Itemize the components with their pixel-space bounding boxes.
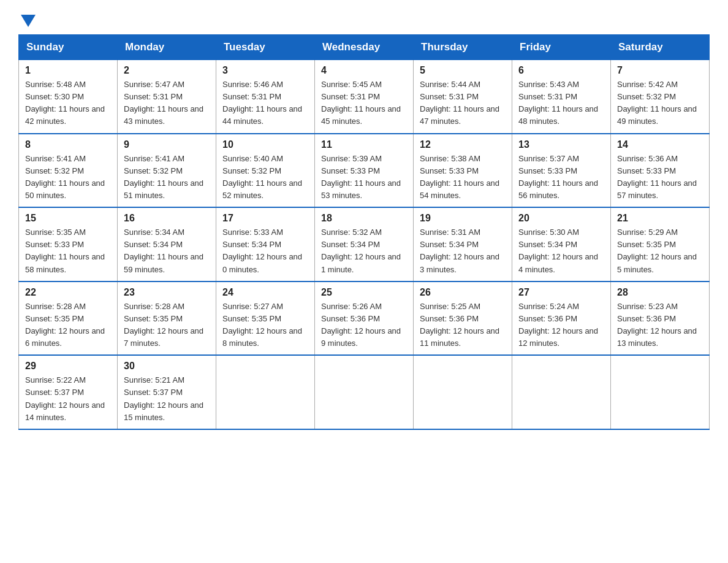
day-info: Sunrise: 5:47 AMSunset: 5:31 PMDaylight:…: [124, 79, 210, 128]
day-info: Sunrise: 5:32 AMSunset: 5:34 PMDaylight:…: [321, 226, 407, 276]
calendar-day-cell: 7Sunrise: 5:42 AMSunset: 5:32 PMDaylight…: [611, 60, 710, 134]
empty-cell: [512, 355, 611, 429]
logo-triangle-icon: [21, 15, 36, 27]
day-info: Sunrise: 5:40 AMSunset: 5:32 PMDaylight:…: [222, 153, 308, 202]
day-info: Sunrise: 5:26 AMSunset: 5:36 PMDaylight:…: [321, 301, 407, 350]
weekday-header-wednesday: Wednesday: [315, 35, 414, 60]
empty-cell: [414, 355, 512, 429]
day-info: Sunrise: 5:41 AMSunset: 5:32 PMDaylight:…: [25, 153, 111, 202]
logo: [18, 12, 36, 25]
day-number: 5: [420, 65, 506, 76]
day-info: Sunrise: 5:33 AMSunset: 5:34 PMDaylight:…: [222, 226, 308, 276]
day-info: Sunrise: 5:42 AMSunset: 5:32 PMDaylight:…: [617, 79, 703, 128]
calendar-day-cell: 11Sunrise: 5:39 AMSunset: 5:33 PMDayligh…: [315, 134, 414, 208]
day-info: Sunrise: 5:27 AMSunset: 5:35 PMDaylight:…: [222, 301, 308, 350]
calendar-day-cell: 6Sunrise: 5:43 AMSunset: 5:31 PMDaylight…: [512, 60, 611, 134]
calendar-day-cell: 10Sunrise: 5:40 AMSunset: 5:32 PMDayligh…: [216, 134, 315, 208]
calendar-day-cell: 19Sunrise: 5:31 AMSunset: 5:34 PMDayligh…: [414, 207, 512, 282]
calendar-day-cell: 22Sunrise: 5:28 AMSunset: 5:35 PMDayligh…: [19, 282, 118, 356]
calendar-week-row: 29Sunrise: 5:22 AMSunset: 5:37 PMDayligh…: [19, 355, 710, 429]
calendar-day-cell: 8Sunrise: 5:41 AMSunset: 5:32 PMDaylight…: [19, 134, 118, 208]
empty-cell: [315, 355, 414, 429]
day-info: Sunrise: 5:45 AMSunset: 5:31 PMDaylight:…: [321, 79, 407, 128]
day-info: Sunrise: 5:23 AMSunset: 5:36 PMDaylight:…: [617, 301, 703, 350]
calendar-day-cell: 25Sunrise: 5:26 AMSunset: 5:36 PMDayligh…: [315, 282, 414, 356]
day-info: Sunrise: 5:22 AMSunset: 5:37 PMDaylight:…: [25, 374, 111, 424]
day-number: 7: [617, 65, 703, 76]
day-number: 20: [518, 213, 604, 224]
day-number: 21: [617, 213, 703, 224]
day-number: 15: [25, 213, 111, 224]
day-number: 18: [321, 213, 407, 224]
day-number: 6: [518, 65, 604, 76]
day-number: 1: [25, 65, 111, 76]
day-number: 27: [518, 287, 604, 298]
calendar-day-cell: 23Sunrise: 5:28 AMSunset: 5:35 PMDayligh…: [118, 282, 216, 356]
day-info: Sunrise: 5:35 AMSunset: 5:33 PMDaylight:…: [25, 226, 111, 276]
day-info: Sunrise: 5:28 AMSunset: 5:35 PMDaylight:…: [25, 301, 111, 350]
calendar-week-row: 15Sunrise: 5:35 AMSunset: 5:33 PMDayligh…: [19, 207, 710, 282]
calendar-day-cell: 18Sunrise: 5:32 AMSunset: 5:34 PMDayligh…: [315, 207, 414, 282]
calendar-day-cell: 3Sunrise: 5:46 AMSunset: 5:31 PMDaylight…: [216, 60, 315, 134]
day-number: 22: [25, 287, 111, 298]
calendar-day-cell: 20Sunrise: 5:30 AMSunset: 5:34 PMDayligh…: [512, 207, 611, 282]
calendar-day-cell: 16Sunrise: 5:34 AMSunset: 5:34 PMDayligh…: [118, 207, 216, 282]
calendar-day-cell: 4Sunrise: 5:45 AMSunset: 5:31 PMDaylight…: [315, 60, 414, 134]
calendar-day-cell: 29Sunrise: 5:22 AMSunset: 5:37 PMDayligh…: [19, 355, 118, 429]
calendar-week-row: 22Sunrise: 5:28 AMSunset: 5:35 PMDayligh…: [19, 282, 710, 356]
day-number: 13: [518, 139, 604, 150]
day-number: 26: [420, 287, 506, 298]
weekday-header-saturday: Saturday: [611, 35, 710, 60]
day-number: 23: [124, 287, 210, 298]
day-number: 14: [617, 139, 703, 150]
calendar-day-cell: 17Sunrise: 5:33 AMSunset: 5:34 PMDayligh…: [216, 207, 315, 282]
empty-cell: [216, 355, 315, 429]
calendar-day-cell: 27Sunrise: 5:24 AMSunset: 5:36 PMDayligh…: [512, 282, 611, 356]
weekday-header-friday: Friday: [512, 35, 611, 60]
day-number: 10: [222, 139, 308, 150]
page-header: [18, 12, 710, 25]
calendar-day-cell: 24Sunrise: 5:27 AMSunset: 5:35 PMDayligh…: [216, 282, 315, 356]
day-number: 16: [124, 213, 210, 224]
day-info: Sunrise: 5:25 AMSunset: 5:36 PMDaylight:…: [420, 301, 506, 350]
day-info: Sunrise: 5:37 AMSunset: 5:33 PMDaylight:…: [518, 153, 604, 202]
day-number: 28: [617, 287, 703, 298]
day-info: Sunrise: 5:36 AMSunset: 5:33 PMDaylight:…: [617, 153, 703, 202]
day-info: Sunrise: 5:46 AMSunset: 5:31 PMDaylight:…: [222, 79, 308, 128]
calendar-day-cell: 21Sunrise: 5:29 AMSunset: 5:35 PMDayligh…: [611, 207, 710, 282]
day-number: 25: [321, 287, 407, 298]
day-number: 11: [321, 139, 407, 150]
day-info: Sunrise: 5:48 AMSunset: 5:30 PMDaylight:…: [25, 79, 111, 128]
day-info: Sunrise: 5:28 AMSunset: 5:35 PMDaylight:…: [124, 301, 210, 350]
day-info: Sunrise: 5:41 AMSunset: 5:32 PMDaylight:…: [124, 153, 210, 202]
calendar-day-cell: 2Sunrise: 5:47 AMSunset: 5:31 PMDaylight…: [118, 60, 216, 134]
day-number: 17: [222, 213, 308, 224]
day-number: 30: [124, 361, 210, 372]
calendar-day-cell: 30Sunrise: 5:21 AMSunset: 5:37 PMDayligh…: [118, 355, 216, 429]
day-number: 2: [124, 65, 210, 76]
calendar-day-cell: 15Sunrise: 5:35 AMSunset: 5:33 PMDayligh…: [19, 207, 118, 282]
calendar-day-cell: 9Sunrise: 5:41 AMSunset: 5:32 PMDaylight…: [118, 134, 216, 208]
calendar-header-row: SundayMondayTuesdayWednesdayThursdayFrid…: [19, 35, 710, 60]
calendar-day-cell: 13Sunrise: 5:37 AMSunset: 5:33 PMDayligh…: [512, 134, 611, 208]
calendar-day-cell: 12Sunrise: 5:38 AMSunset: 5:33 PMDayligh…: [414, 134, 512, 208]
day-info: Sunrise: 5:44 AMSunset: 5:31 PMDaylight:…: [420, 79, 506, 128]
day-info: Sunrise: 5:34 AMSunset: 5:34 PMDaylight:…: [124, 226, 210, 276]
day-number: 12: [420, 139, 506, 150]
calendar-week-row: 8Sunrise: 5:41 AMSunset: 5:32 PMDaylight…: [19, 134, 710, 208]
day-number: 8: [25, 139, 111, 150]
calendar-day-cell: 26Sunrise: 5:25 AMSunset: 5:36 PMDayligh…: [414, 282, 512, 356]
day-number: 9: [124, 139, 210, 150]
day-number: 29: [25, 361, 111, 372]
calendar-day-cell: 5Sunrise: 5:44 AMSunset: 5:31 PMDaylight…: [414, 60, 512, 134]
empty-cell: [611, 355, 710, 429]
day-info: Sunrise: 5:21 AMSunset: 5:37 PMDaylight:…: [124, 374, 210, 424]
day-number: 3: [222, 65, 308, 76]
day-info: Sunrise: 5:43 AMSunset: 5:31 PMDaylight:…: [518, 79, 604, 128]
day-info: Sunrise: 5:31 AMSunset: 5:34 PMDaylight:…: [420, 226, 506, 276]
day-info: Sunrise: 5:38 AMSunset: 5:33 PMDaylight:…: [420, 153, 506, 202]
weekday-header-thursday: Thursday: [414, 35, 512, 60]
weekday-header-tuesday: Tuesday: [216, 35, 315, 60]
day-info: Sunrise: 5:39 AMSunset: 5:33 PMDaylight:…: [321, 153, 407, 202]
day-number: 4: [321, 65, 407, 76]
